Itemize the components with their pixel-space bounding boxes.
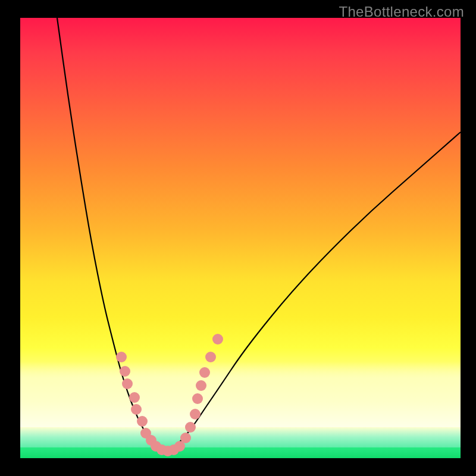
marker-dot xyxy=(129,392,140,403)
marker-dots xyxy=(116,334,223,456)
marker-dot xyxy=(116,352,127,362)
marker-dot xyxy=(205,352,216,362)
marker-dot xyxy=(120,366,130,377)
curve-svg xyxy=(20,18,461,458)
marker-dot xyxy=(137,416,148,427)
marker-dot xyxy=(192,393,203,404)
marker-dot xyxy=(196,380,206,391)
left-curve xyxy=(57,18,164,451)
chart-frame: TheBottleneck.com xyxy=(0,0,476,476)
marker-dot xyxy=(212,334,223,345)
marker-dot xyxy=(122,378,133,389)
right-curve xyxy=(164,132,461,451)
marker-dot xyxy=(131,404,142,415)
marker-dot xyxy=(199,367,210,378)
plot-area xyxy=(20,18,461,458)
marker-dot xyxy=(180,433,191,443)
marker-dot xyxy=(185,422,196,433)
marker-dot xyxy=(190,409,201,419)
